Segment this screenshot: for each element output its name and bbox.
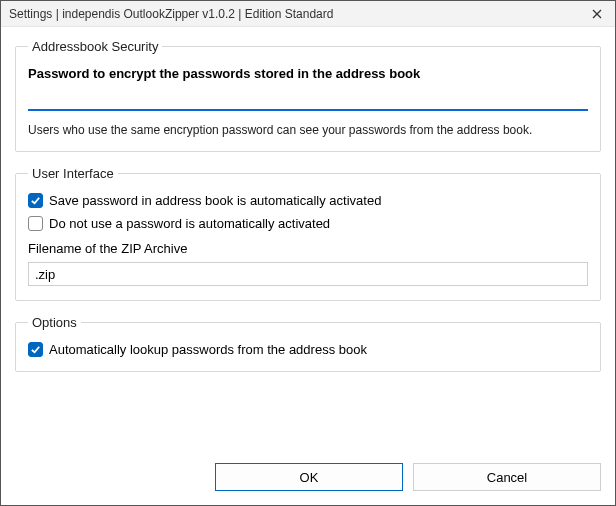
password-hint: Users who use the same encryption passwo… (28, 123, 588, 137)
auto-lookup-checkbox[interactable] (28, 342, 43, 357)
password-label: Password to encrypt the passwords stored… (28, 66, 588, 81)
save-password-label: Save password in address book is automat… (49, 193, 381, 208)
auto-lookup-row: Automatically lookup passwords from the … (28, 342, 588, 357)
no-password-checkbox[interactable] (28, 216, 43, 231)
ok-button[interactable]: OK (215, 463, 403, 491)
check-icon (30, 195, 41, 206)
auto-lookup-label: Automatically lookup passwords from the … (49, 342, 367, 357)
titlebar: Settings | independis OutlookZipper v1.0… (1, 1, 615, 27)
filename-label: Filename of the ZIP Archive (28, 241, 588, 256)
encryption-password-input[interactable] (28, 89, 588, 111)
settings-window: Settings | independis OutlookZipper v1.0… (0, 0, 616, 506)
addressbook-security-group: Addressbook Security Password to encrypt… (15, 39, 601, 152)
button-bar: OK Cancel (1, 455, 615, 505)
window-title: Settings | independis OutlookZipper v1.0… (9, 7, 587, 21)
ui-legend: User Interface (28, 166, 118, 181)
addressbook-legend: Addressbook Security (28, 39, 162, 54)
options-legend: Options (28, 315, 81, 330)
spacer (15, 386, 601, 445)
close-button[interactable] (587, 4, 607, 24)
options-group: Options Automatically lookup passwords f… (15, 315, 601, 372)
no-password-row: Do not use a password is automatically a… (28, 216, 588, 231)
content-area: Addressbook Security Password to encrypt… (1, 27, 615, 455)
no-password-label: Do not use a password is automatically a… (49, 216, 330, 231)
save-password-checkbox[interactable] (28, 193, 43, 208)
close-icon (592, 9, 602, 19)
filename-input[interactable] (28, 262, 588, 286)
user-interface-group: User Interface Save password in address … (15, 166, 601, 301)
check-icon (30, 344, 41, 355)
save-password-row: Save password in address book is automat… (28, 193, 588, 208)
cancel-button[interactable]: Cancel (413, 463, 601, 491)
